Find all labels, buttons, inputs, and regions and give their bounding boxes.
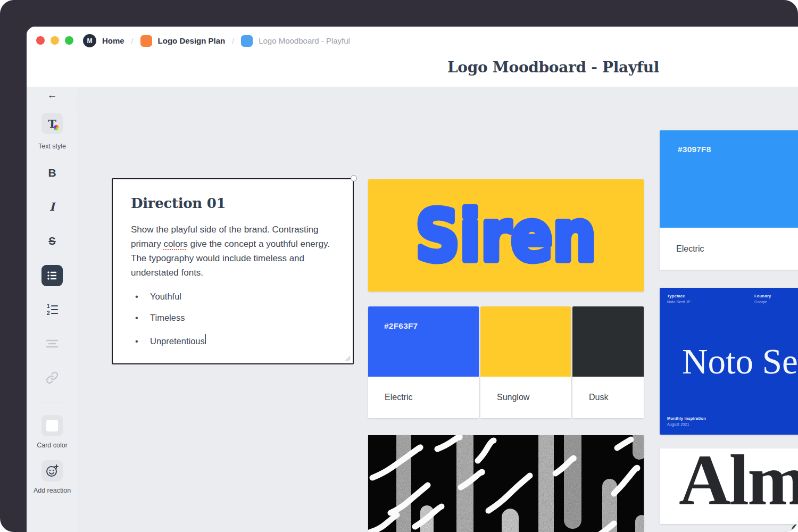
alignment-button[interactable] [46,338,59,352]
hex-value: #2F63F7 [384,321,418,331]
list-item: •Timeless [131,313,335,323]
swatch-name: Electric [660,228,798,270]
add-reaction-label: Add reaction [34,487,71,494]
siren-logo-image: Siren [368,179,644,292]
card-color-button[interactable] [41,415,63,436]
close-window-button[interactable] [36,36,45,45]
breadcrumb-separator: / [231,37,235,45]
typeface-meta: Typeface Noto Serif JP [667,294,691,304]
bullet-list: •Youthful •Timeless •Unpretentious [131,292,335,346]
color-swatch: #3097F8 [660,130,798,228]
breadcrumb-home-link[interactable]: Home [102,36,124,45]
breadcrumb: M Home / Logo Design Plan / Logo Moodboa… [83,34,350,47]
typography-sample-text: Alm [679,448,798,521]
svg-text:Siren: Siren [415,195,596,277]
bullet-list-icon [46,269,59,282]
strikethrough-button[interactable]: S [48,235,55,247]
breadcrumb-separator: / [130,37,135,45]
color-swatch-card-dusk[interactable]: Dusk [572,306,644,418]
minimize-window-button[interactable] [51,36,59,45]
svg-text:1: 1 [47,303,50,309]
typeface-inspiration-card[interactable]: Typeface Noto Serif JP Foundry Google No… [660,288,798,435]
list-item: •Youthful [131,292,335,302]
bold-button[interactable]: B [48,167,56,179]
color-wheel-icon [54,125,59,130]
card-color-swatch-icon [46,420,58,431]
board-canvas[interactable]: Direction 01 Show the playful side of th… [79,87,798,532]
app-logo-icon[interactable]: M [83,34,96,47]
text-style-label: Text style [38,143,66,150]
typeface-sample-text: Noto Se [682,341,798,382]
direction-text-card[interactable]: Direction 01 Show the playful side of th… [112,178,354,364]
hex-value: #3097F8 [678,145,711,154]
card-color-label: Card color [37,442,68,449]
swatch-name: Electric [368,377,479,418]
numbered-list-button[interactable]: 1 2 [45,303,59,319]
list-item: •Unpretentious [131,334,335,346]
pattern-image [368,435,644,532]
color-swatch-card-electric[interactable]: #2F63F7 Electric [368,306,479,418]
color-swatch-card-sunglow[interactable]: Sunglow [480,306,571,418]
add-reaction-button[interactable] [41,460,63,481]
back-button[interactable]: ← [27,87,78,104]
selection-handle[interactable] [351,175,357,181]
numbered-list-icon: 1 2 [45,303,59,317]
text-cursor [205,334,206,344]
breadcrumb-current-board: Logo Moodboard - Playful [259,36,350,45]
italic-button[interactable]: I [49,201,55,213]
board-icon-blue[interactable] [241,35,253,47]
swatch-name: Sunglow [480,377,571,418]
color-swatch-card-electric-light[interactable]: #3097F8 Electric [660,130,798,270]
bullet-list-button[interactable] [41,265,63,286]
alignment-icon [46,338,59,350]
link-icon [45,371,59,385]
resize-handle[interactable] [344,354,351,362]
formatting-toolbar: ← T Text style B I S [27,87,78,532]
window-controls [36,36,73,45]
breadcrumb-parent-board-link[interactable]: Logo Design Plan [158,36,226,45]
color-swatch: #2F63F7 [368,306,479,377]
link-button[interactable] [45,371,59,387]
card-body-text: Show the playful side of the brand. Cont… [131,222,335,280]
board-title[interactable]: Logo Moodboard - Playful [447,59,659,76]
zoom-window-button[interactable] [65,36,73,45]
foundry-meta: Foundry Google [754,294,771,304]
add-reaction-icon [45,464,59,478]
titlebar: M Home / Logo Design Plan / Logo Moodboa… [27,27,798,87]
text-style-button[interactable]: T [41,113,63,134]
desktop-background: M Home / Logo Design Plan / Logo Moodboa… [0,0,798,532]
siren-logo-card[interactable]: Siren [368,179,644,292]
toolbar-divider [41,403,64,403]
typography-sample-card[interactable]: Alm [660,448,798,524]
green-card-peek[interactable] [792,524,798,532]
svg-text:2: 2 [47,310,50,316]
swatch-name: Dusk [572,377,644,418]
app-window: M Home / Logo Design Plan / Logo Moodboa… [27,27,798,532]
misspelled-word: colors [163,239,187,249]
pattern-image-card[interactable] [368,435,644,532]
back-arrow-icon: ← [47,89,57,101]
footer-meta: Monthly inspiration August 2021 [667,416,706,426]
card-heading: Direction 01 [131,195,335,211]
color-swatch [572,306,644,377]
board-icon-orange[interactable] [140,35,152,47]
color-swatch [480,306,571,377]
